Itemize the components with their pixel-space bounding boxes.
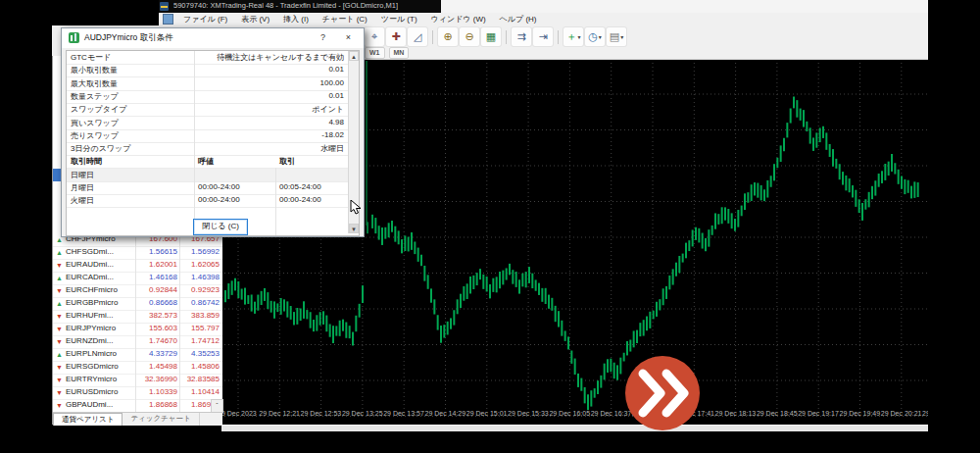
arrow-up-icon: ▲: [56, 275, 63, 281]
cursor-tool-icon[interactable]: ⌖: [365, 27, 384, 46]
dialog-title-bar[interactable]: AUDJPYmicro 取引条件 ? ×: [62, 28, 364, 48]
menu-bar: ファイル (F)表示 (V)挿入 (I)チャート (C)ツール (T)ウィンドウ…: [159, 13, 928, 25]
zoom-out-icon[interactable]: ⊖: [460, 27, 479, 46]
dropdown-caret-icon: ▾: [599, 33, 602, 40]
market-watch-row-EURGBPmicro[interactable]: ▲EURGBPmicro0.866680.86742: [53, 297, 222, 311]
scroll-down-icon[interactable]: ˇ: [211, 399, 223, 413]
market-watch-row-EURCADmi[interactable]: ▲EURCADmi...1.461681.46398: [53, 272, 222, 285]
time-label: 29 Dec 12:53: [301, 410, 342, 417]
arrow-up-icon: ▲: [56, 351, 63, 358]
close-button[interactable]: 閉じる (C): [193, 219, 248, 235]
menu-item-6[interactable]: ヘルプ (H): [493, 13, 544, 25]
hours-header-row: 取引時間呼値取引: [67, 155, 348, 169]
black-mask-top-left: [0, 0, 159, 25]
black-mask-right: [928, 0, 980, 453]
spec-row: 売りスワップ-18.02: [67, 129, 348, 143]
column-divider: [135, 233, 136, 412]
tile-windows-icon[interactable]: ▦: [481, 27, 501, 46]
menu-item-5[interactable]: ウィンドウ (W): [424, 13, 493, 25]
menu-item-4[interactable]: ツール (T): [374, 13, 424, 25]
time-label: 29 Dec 12:21: [259, 410, 300, 417]
dropdown-caret-icon: ▾: [620, 33, 623, 40]
spec-row: スワップタイプポイント: [67, 103, 348, 117]
close-icon[interactable]: ×: [340, 30, 357, 45]
arrow-down-icon: ▼: [56, 389, 63, 396]
spec-row: 最小取引数量0.01: [67, 64, 348, 77]
arrow-down-icon: ▼: [56, 313, 63, 320]
time-label: 29 Dec 18:13: [715, 410, 757, 417]
remote-desktop-badge[interactable]: [625, 356, 700, 430]
time-label: 29 Dec 19:49: [840, 410, 881, 417]
spec-row: 買いスワップ4.98: [67, 117, 348, 130]
market-watch-row-CHFSGDmi[interactable]: ▲CHFSGDmi...1.566151.56992: [53, 246, 222, 260]
auto-scroll-icon[interactable]: ⇉: [512, 27, 531, 46]
column-divider: [275, 168, 276, 235]
scroll-up-button[interactable]: ▲: [349, 51, 359, 61]
spec-row: 最大取引数量100.00: [67, 77, 348, 91]
time-label: 29 Dec 13:25: [342, 410, 383, 417]
spec-row: 3日分のスワップ水曜日: [67, 142, 348, 156]
arrow-down-icon: ▼: [56, 326, 63, 332]
spec-row: 数量ステップ0.01: [67, 90, 348, 104]
market-watch-row-EURJPYmicro[interactable]: ▼EURJPYmicro155.603155.797: [53, 323, 222, 336]
toolbar-separator: [558, 30, 559, 44]
time-label: 29 Dec 20:21: [881, 410, 922, 417]
toolbar-icons: ⌖✚◿⊕⊖▦⇉⇥＋▾◷▾▤▾: [365, 27, 626, 46]
menu-items: ファイル (F)表示 (V)挿入 (I)チャート (C)ツール (T)ウィンドウ…: [176, 13, 544, 25]
market-watch-row-EURTRYmicro[interactable]: ▼EURTRYmicro32.3699032.83585: [53, 374, 222, 387]
menu-item-2[interactable]: 挿入 (I): [276, 13, 316, 25]
tab-symbols[interactable]: 通貨ペアリスト: [53, 413, 122, 426]
spec-row: GTCモード待機注文はキャンセルするまで有効: [67, 51, 348, 65]
indicators-clock-icon[interactable]: ◷▾: [585, 27, 605, 46]
time-label: 29 Dec 14:29: [425, 410, 466, 417]
trendline-tool-icon[interactable]: ◿: [408, 27, 427, 46]
arrow-up-icon: ▲: [56, 236, 63, 243]
market-watch-row-EURCHFmicro[interactable]: ▼EURCHFmicro0.928440.92923: [53, 284, 222, 298]
market-watch-row-EURPLNmicro[interactable]: ▲EURPLNmicro4.337294.35253: [53, 348, 222, 362]
symbol-specification-dialog: AUDJPYmicro 取引条件 ? × GTCモード待機注文はキャンセルするま…: [61, 27, 365, 237]
dialog-title: AUDJPYmicro 取引条件: [84, 32, 173, 44]
window-title: 59079740: XMTrading-Real 48 - Tradexfin …: [173, 1, 398, 10]
title-bar-light-region: [441, 0, 928, 13]
hours-row: 月曜日00:00-24:0000:05-24:00: [67, 181, 348, 195]
timeframe-mn[interactable]: MN: [389, 47, 410, 59]
column-divider: [179, 233, 180, 412]
market-watch-row-EURNZDmi[interactable]: ▼EURNZDmi...1.746701.74712: [53, 335, 222, 349]
timeframe-buttons: W1MN: [365, 47, 409, 59]
chart-horizontal-scrollbar[interactable]: [221, 425, 928, 431]
menu-item-0[interactable]: ファイル (F): [176, 13, 234, 25]
arrow-up-icon: ▲: [56, 249, 63, 256]
market-watch-row-GBPAUDmi[interactable]: ▼GBPAUDmi...1.868681.86958: [53, 399, 222, 413]
double-chevron-icon: [625, 356, 700, 430]
time-label: 29 Dec 13:57: [383, 410, 424, 417]
menu-item-1[interactable]: 表示 (V): [234, 13, 276, 25]
toolbar-separator: [506, 30, 507, 44]
new-order-icon[interactable]: ＋▾: [564, 27, 583, 46]
chart-window-icon[interactable]: [163, 14, 173, 25]
chart-shift-icon[interactable]: ⇥: [533, 27, 553, 46]
arrow-down-icon: ▼: [56, 402, 63, 409]
hours-row: 日曜日: [67, 169, 348, 182]
arrow-down-icon: ▼: [56, 364, 63, 371]
black-mask-left: [0, 0, 52, 453]
zoom-in-icon[interactable]: ⊕: [438, 27, 458, 46]
mt4-app-icon: [160, 2, 169, 11]
arrow-down-icon: ▼: [56, 262, 63, 269]
market-watch-row-EURHUFmi[interactable]: ▼EURHUFmi...382.573383.859: [53, 310, 222, 324]
timeframe-w1[interactable]: W1: [365, 47, 385, 59]
market-watch-row-EURAUDmi[interactable]: ▼EURAUDmi...1.620011.62065: [53, 259, 222, 273]
help-button[interactable]: ?: [315, 30, 331, 45]
arrow-up-icon: ▲: [56, 300, 63, 307]
black-mask-bottom: [0, 431, 980, 453]
tab-tick-chart[interactable]: ティックチャート: [122, 413, 199, 426]
arrow-down-icon: ▼: [56, 338, 63, 345]
crosshair-tool-icon[interactable]: ✚: [386, 27, 406, 46]
chart-template-icon[interactable]: ▤▾: [607, 27, 626, 46]
time-label: 29 Dec 16:05: [549, 410, 590, 417]
market-watch-row-EURUSDmicro[interactable]: ▼EURUSDmicro1.103391.10414: [53, 386, 222, 400]
scroll-down-button[interactable]: ▼: [349, 224, 359, 233]
time-label: 29 Dec 19:17: [798, 410, 839, 417]
market-watch-row-EURSGDmicro[interactable]: ▼EURSGDmicro1.454981.45806: [53, 361, 222, 375]
time-label: 29 Dec 15:33: [508, 410, 549, 417]
menu-item-3[interactable]: チャート (C): [316, 13, 374, 25]
